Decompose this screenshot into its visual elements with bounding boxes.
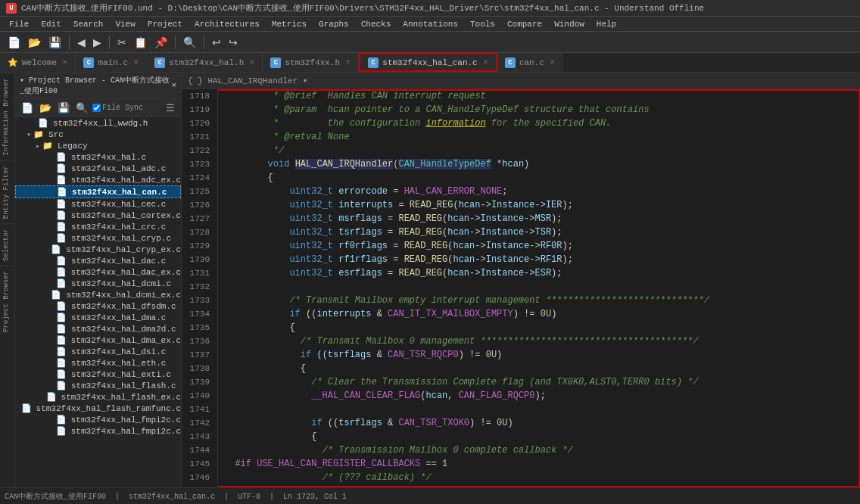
tab-can-c-close[interactable]: × <box>550 58 555 68</box>
redo-button[interactable]: ↪ <box>226 35 241 50</box>
tab-hal-can-c-label: stm32f4xx_hal_can.c <box>382 58 477 67</box>
menu-item-tools[interactable]: Tools <box>464 18 501 30</box>
code-line-1722: */ <box>224 144 860 157</box>
undo-button[interactable]: ↩ <box>209 35 224 50</box>
tab-main-c-close[interactable]: × <box>133 58 139 68</box>
tree-item-stm32f4xx_hal_flash_ex-c[interactable]: 📄stm32f4xx_hal_flash_ex.c <box>15 391 181 403</box>
save-button[interactable]: 💾 <box>45 35 64 50</box>
tree-item-stm32f4xx_hal-c[interactable]: 📄stm32f4xx_hal.c <box>15 151 181 163</box>
tree-item-Src[interactable]: ▾📁Src <box>15 129 181 140</box>
code-line-1733: /* Transmit Mailbox empty interrupt mana… <box>224 294 860 307</box>
code-line-1730: uint32_t rf1rflags = READ_REG(hcan->Inst… <box>224 253 860 266</box>
tree-item-stm32f4xx_hal_fmpi2c-c[interactable]: 📄stm32f4xx_hal_fmpi2c.c <box>15 425 181 437</box>
file-label: stm32f4xx_hal_flash_ex.c <box>59 393 181 402</box>
menu-item-checks[interactable]: Checks <box>355 18 397 30</box>
tree-item-stm32f4xx_hal_dma-c[interactable]: 📄stm32f4xx_hal_dma.c <box>15 312 181 323</box>
code-line-1731: uint32_t esrflags = READ_REG(hcan->Insta… <box>224 266 860 280</box>
menu-item-metrics[interactable]: Metrics <box>266 18 313 30</box>
file-icon: 📄 <box>56 426 67 436</box>
vtab-information[interactable]: Information Browser <box>0 73 14 160</box>
tree-item-stm32f4xx_hal_dac_ex-c[interactable]: 📄stm32f4xx_hal_dac_ex.c <box>15 266 181 278</box>
tree-item-stm32f4xx_hal_flash_ramfunc-c[interactable]: 📄stm32f4xx_hal_flash_ramfunc.c <box>15 403 181 414</box>
tab-welcome-label: Welcome <box>22 58 57 67</box>
tab-f4xx-h-close[interactable]: × <box>345 58 351 68</box>
tab-welcome-close[interactable]: × <box>62 58 67 68</box>
tree-item-stm32f4xx_hal_exti-c[interactable]: 📄stm32f4xx_hal_exti.c <box>15 369 181 380</box>
sidebar-save-btn[interactable]: 💾 <box>56 101 71 114</box>
menu-item-compare[interactable]: Compare <box>501 18 548 30</box>
open-button[interactable]: 📂 <box>25 35 44 50</box>
sidebar-close-icon[interactable]: × <box>171 81 176 90</box>
tab-hal-can-c-close[interactable]: × <box>483 58 488 68</box>
tree-item-stm32f4xx_hal_cryp_ex-c[interactable]: 📄stm32f4xx_hal_cryp_ex.c <box>15 244 181 255</box>
file-sync-checkbox[interactable] <box>92 104 101 112</box>
tree-item-stm32f4xx_hal_crc-c[interactable]: 📄stm32f4xx_hal_crc.c <box>15 221 181 232</box>
sidebar-header-label: ▾ Project Browser - CAN中断方式接收_使用Fi00 <box>20 75 171 96</box>
tree-item-stm32f4xx_hal_cortex-c[interactable]: 📄stm32f4xx_hal_cortex.c <box>15 210 181 221</box>
menu-item-edit[interactable]: Edit <box>35 18 67 30</box>
menu-item-view[interactable]: View <box>109 18 141 30</box>
tree-item-stm32f4xx_hal_fmpi2c-c[interactable]: 📄stm32f4xx_hal_fmpi2c.c <box>15 414 181 425</box>
sidebar-new-btn[interactable]: 📄 <box>20 101 35 114</box>
menu-item-search[interactable]: Search <box>67 18 110 30</box>
tree-item-stm32f4xx_hal_cryp-c[interactable]: 📄stm32f4xx_hal_cryp.c <box>15 232 181 244</box>
tree-item-stm32f4xx_hal_can-c[interactable]: 📄stm32f4xx_hal_can.c <box>15 185 181 198</box>
tree-item-stm32f4xx_hal_cec-c[interactable]: 📄stm32f4xx_hal_cec.c <box>15 198 181 210</box>
paste-button[interactable]: 📌 <box>151 35 170 50</box>
vtab-selector[interactable]: Selector <box>0 223 14 266</box>
line-number-1741: 1741 <box>186 403 210 416</box>
tree-item-stm32f4xx_hal_eth-c[interactable]: 📄stm32f4xx_hal_eth.c <box>15 357 181 369</box>
cut-button[interactable]: ✂ <box>114 35 129 50</box>
tab-hal-h[interactable]: C stm32f4xx_hal.h × <box>147 53 263 72</box>
menu-item-help[interactable]: Help <box>590 18 622 30</box>
tree-item-stm32f4xx_hal_dma2d-c[interactable]: 📄stm32f4xx_hal_dma2d.c <box>15 323 181 334</box>
file-icon: 📄 <box>56 163 67 173</box>
code-line-1725: uint32_t errorcode = HAL_CAN_ERROR_NONE; <box>224 185 860 198</box>
tab-hal-h-icon: C <box>154 58 165 68</box>
tab-hal-h-close[interactable]: × <box>249 58 254 68</box>
code-content[interactable]: 1718171917201721172217231724172517261727… <box>182 89 860 487</box>
tree-item-stm32f4xx_ll_wwdg-h[interactable]: 📄stm32f4xx_ll_wwdg.h <box>15 117 181 129</box>
menu-item-annotations[interactable]: Annotations <box>397 18 464 30</box>
file-icon: 📄 <box>56 222 67 232</box>
file-icon: 📄 <box>56 335 67 345</box>
sidebar-menu-btn[interactable]: ☰ <box>164 101 176 114</box>
tab-hal-can-c[interactable]: C stm32f4xx_hal_can.c × <box>359 53 497 72</box>
search-button[interactable]: 🔍 <box>180 35 199 50</box>
vtab-entity[interactable]: Entity Filter <box>0 160 14 223</box>
copy-button[interactable]: 📋 <box>131 35 150 50</box>
line-number-1733: 1733 <box>186 294 210 307</box>
menu-item-project[interactable]: Project <box>142 18 189 30</box>
tab-f4xx-h-label: stm32f4xx.h <box>285 58 340 67</box>
tab-welcome[interactable]: ⭐ Welcome × <box>0 53 76 72</box>
tree-item-stm32f4xx_hal_adc-c[interactable]: 📄stm32f4xx_hal_adc.c <box>15 163 181 174</box>
back-button[interactable]: ◀ <box>74 35 89 50</box>
menu-item-file[interactable]: File <box>3 18 35 30</box>
menu-item-architectures[interactable]: Architectures <box>189 18 266 30</box>
menu-item-window[interactable]: Window <box>548 18 590 30</box>
tab-f4xx-h[interactable]: C stm32f4xx.h × <box>263 53 359 72</box>
tree-item-stm32f4xx_hal_dcmi_ex-c[interactable]: 📄stm32f4xx_hal_dcmi_ex.c <box>15 289 181 300</box>
tree-item-stm32f4xx_hal_dac-c[interactable]: 📄stm32f4xx_hal_dac.c <box>15 255 181 266</box>
sidebar-list: 📄stm32f4xx_ll_wwdg.h▾📁Src▸📁Legacy📄stm32f… <box>15 117 181 487</box>
tree-item-stm32f4xx_hal_adc_ex-c[interactable]: 📄stm32f4xx_hal_adc_ex.c <box>15 174 181 185</box>
new-file-button[interactable]: 📄 <box>5 35 23 50</box>
tree-item-stm32f4xx_hal_dfsdm-c[interactable]: 📄stm32f4xx_hal_dfsdm.c <box>15 300 181 312</box>
tab-main-c[interactable]: C main.c × <box>76 53 147 72</box>
tree-item-Legacy[interactable]: ▸📁Legacy <box>15 140 181 151</box>
folder-icon: 📁 <box>33 129 44 139</box>
tree-item-stm32f4xx_hal_flash-c[interactable]: 📄stm32f4xx_hal_flash.c <box>15 380 181 391</box>
menu-item-graphs[interactable]: Graphs <box>313 18 355 30</box>
file-icon: 📄 <box>56 256 67 266</box>
toolbar-separator <box>69 36 70 49</box>
tree-item-stm32f4xx_hal_dcmi-c[interactable]: 📄stm32f4xx_hal_dcmi.c <box>15 278 181 289</box>
vtab-project[interactable]: Project Browser <box>0 266 14 337</box>
tree-item-stm32f4xx_hal_dma_ex-c[interactable]: 📄stm32f4xx_hal_dma_ex.c <box>15 334 181 346</box>
tab-can-c[interactable]: C can.c × <box>497 53 563 72</box>
sidebar-open-btn[interactable]: 📂 <box>38 101 53 114</box>
sidebar-search-btn[interactable]: 🔍 <box>74 101 89 114</box>
tree-item-stm32f4xx_hal_dsi-c[interactable]: 📄stm32f4xx_hal_dsi.c <box>15 346 181 357</box>
status-info: CAN中断方式接收_使用FIF00 | stm32f4xx_hal_can.c … <box>5 491 347 502</box>
forward-button[interactable]: ▶ <box>90 35 104 50</box>
file-icon: 📄 <box>56 301 67 311</box>
